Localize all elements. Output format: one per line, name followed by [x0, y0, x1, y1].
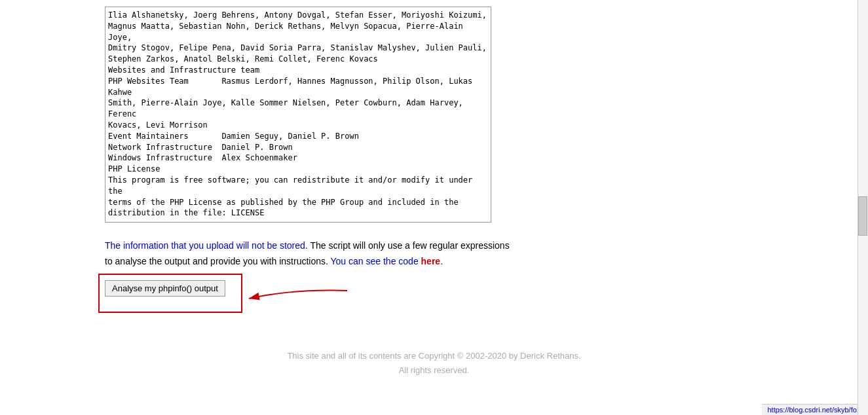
info-text-part3: You can see the code: [331, 256, 419, 266]
status-url: https://blog.csdri.net/skyb/fo...: [767, 406, 863, 414]
main-content: Ilia Alshanetsky, Joerg Behrens, Antony …: [0, 0, 868, 336]
textarea-container: Ilia Alshanetsky, Joerg Behrens, Antony …: [105, 7, 763, 225]
button-area: Analyse my phpinfo() output: [105, 280, 225, 297]
info-text-part1: The information that you upload will not…: [105, 240, 308, 251]
arrow-indicator: [242, 285, 354, 312]
page-scrollbar[interactable]: [858, 0, 868, 415]
phpinfo-textarea[interactable]: Ilia Alshanetsky, Joerg Behrens, Antony …: [105, 7, 491, 223]
footer: This site and all of its contents are Co…: [0, 336, 868, 384]
footer-line2: All rights reserved.: [0, 363, 868, 378]
page-scrollbar-thumb[interactable]: [858, 196, 867, 236]
analyse-button[interactable]: Analyse my phpinfo() output: [105, 280, 225, 297]
code-here-link[interactable]: here: [421, 256, 441, 266]
info-period: .: [440, 256, 443, 266]
status-bar: https://blog.csdri.net/skyb/fo...: [762, 404, 868, 415]
footer-line1: This site and all of its contents are Co…: [0, 349, 868, 363]
info-paragraph: The information that you upload will not…: [105, 238, 511, 270]
